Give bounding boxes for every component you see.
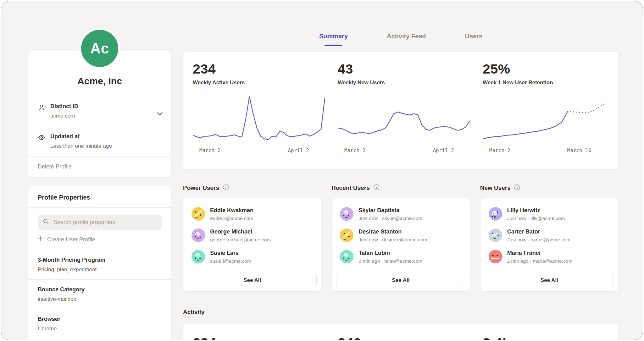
plus-icon <box>38 236 43 243</box>
profile-properties-title: Profile Properties <box>28 186 171 207</box>
search-icon <box>43 218 49 226</box>
info-icon[interactable] <box>223 184 229 192</box>
user-avatar <box>489 228 502 242</box>
user-list-item[interactable]: Susie Lars susie.l@acme.com <box>192 250 313 264</box>
user-sections-row: Power Users Eddie Kwakman eddie.k@acme.c… <box>183 182 619 292</box>
x-tick: April 2 <box>288 147 309 153</box>
user-name: Carter Bator <box>507 228 571 235</box>
create-user-profile-button[interactable]: Create User Profile <box>28 230 171 250</box>
user-avatar <box>192 250 205 263</box>
user-name: Susie Lars <box>210 250 251 256</box>
stat-weekly-new-users: 43 Weekly New Users March 2 April 2 <box>328 52 473 169</box>
week1-retention-sparkline <box>483 94 615 144</box>
stat-value: 43 <box>338 61 473 77</box>
user-list-item[interactable]: Lilly Herwitz Just now · lilly@acme.com <box>489 207 610 221</box>
user-avatar <box>340 207 353 221</box>
section-title: Recent Users <box>331 184 369 191</box>
distinct-id-value: acme.com <box>50 113 78 119</box>
recent-users-section: Recent Users Skylar Baptista Just now · … <box>331 182 470 292</box>
user-list-item[interactable]: Carter Bator Just now · carter@acme.com <box>489 228 610 243</box>
property-row[interactable]: 3-Month Pricing Program Pricing_plan_exp… <box>28 250 171 279</box>
search-input[interactable] <box>53 219 157 226</box>
stat-week1-retention: 25% Week 1 New User Retention March 2 Ma… <box>473 52 618 169</box>
user-subtitle: 2 min ago · talan@acme.com <box>358 258 422 264</box>
tab-label: Summary <box>319 33 348 40</box>
new-users-card: Lilly Herwitz Just now · lilly@acme.com … <box>480 198 619 292</box>
activity-stat: 234 <box>183 324 328 340</box>
activity-card: 234 240 3.4k <box>183 324 619 340</box>
profile-tabs: Summary Activity Feed Users <box>183 33 619 46</box>
x-tick: April 2 <box>433 147 454 153</box>
property-value: Pricing_plan_experiment <box>38 267 162 273</box>
property-value: Chrome <box>38 326 162 332</box>
user-avatar <box>340 228 353 242</box>
user-name: Lilly Herwitz <box>507 207 565 214</box>
profile-card: Acme, Inc Distinct ID acme.com Updated a… <box>28 51 171 177</box>
divider <box>28 207 171 208</box>
section-title: New Users <box>480 184 511 191</box>
distinct-id-label: Distinct ID <box>50 103 78 109</box>
updated-at-value: Less than one minute ago <box>50 143 112 149</box>
x-tick: March 2 <box>199 147 220 153</box>
company-avatar: Ac <box>79 28 120 69</box>
user-list-item[interactable]: Eddie Kwakman eddie.k@acme.com <box>192 207 313 221</box>
user-avatar <box>192 207 205 221</box>
property-name: 3-Month Pricing Program <box>38 257 162 263</box>
user-avatar <box>340 250 353 263</box>
user-subtitle: Just now · skyler@acme.com <box>358 216 422 221</box>
see-all-button[interactable]: See All <box>188 274 317 287</box>
user-subtitle: george.michael@acme.com <box>210 237 271 243</box>
tab-summary[interactable]: Summary <box>318 33 349 46</box>
property-name: Bounce Category <box>38 286 162 293</box>
activity-stat: 3.4k <box>473 324 618 340</box>
chevron-down-icon[interactable] <box>157 112 163 117</box>
stat-value: 234 <box>193 61 328 77</box>
stat-label: Week 1 New User Retention <box>483 80 618 86</box>
summary-stats-card: 234 Weekly Active Users March 2 April 2 … <box>183 52 619 169</box>
user-list-item[interactable]: Skylar Baptista Just now · skyler@acme.c… <box>340 207 461 221</box>
create-user-profile-label: Create User Profile <box>47 236 95 243</box>
property-row[interactable]: Browser Chrome <box>28 309 171 338</box>
active-tab-underline <box>325 45 342 46</box>
user-list-item[interactable]: Desirae Stanton Just now · desirare@acme… <box>340 228 461 243</box>
delete-profile-button[interactable]: Delete Profile <box>28 157 171 177</box>
user-name: Maria Franci <box>507 250 573 256</box>
info-icon[interactable] <box>514 184 520 192</box>
activity-stat: 240 <box>328 324 473 340</box>
user-list-item[interactable]: Talan Lubin 2 min ago · talan@acme.com <box>340 250 461 264</box>
eye-icon <box>38 134 46 143</box>
profile-properties-card: Profile Properties Create User Profile 3… <box>28 186 171 340</box>
tab-label: Users <box>465 33 483 40</box>
user-subtitle: Just now · desirare@acme.com <box>358 237 427 243</box>
see-all-button[interactable]: See All <box>336 274 465 287</box>
user-avatar <box>489 207 502 221</box>
user-subtitle: Just now · lilly@acme.com <box>507 216 565 221</box>
user-name: George Michael <box>210 228 271 235</box>
stat-label: Weekly New Users <box>338 80 473 86</box>
company-avatar-initials: Ac <box>90 40 109 57</box>
see-all-button[interactable]: See All <box>485 274 614 287</box>
activity-section-title: Activity <box>183 309 205 316</box>
x-tick: March 2 <box>489 147 510 153</box>
property-value: inactive-mailbox <box>38 296 162 302</box>
user-avatar <box>192 228 205 242</box>
tab-label: Activity Feed <box>387 33 426 40</box>
updated-at-label: Updated at <box>50 133 80 140</box>
profile-properties-search[interactable] <box>38 215 162 230</box>
info-icon[interactable] <box>373 184 380 192</box>
stat-label: Weekly Active Users <box>193 80 328 86</box>
weekly-active-users-sparkline <box>193 94 325 144</box>
user-name: Eddie Kwakman <box>210 207 253 214</box>
weekly-new-users-sparkline <box>338 94 470 144</box>
user-list-item[interactable]: Maria Franci 2 min ago · maria@acme.com <box>489 250 610 264</box>
stat-weekly-active-users: 234 Weekly Active Users March 2 April 2 <box>183 52 328 169</box>
distinct-id-row[interactable]: Distinct ID acme.com <box>28 96 171 126</box>
property-row[interactable]: Bounce Category inactive-mailbox <box>28 280 171 309</box>
user-name: Skylar Baptista <box>358 207 422 214</box>
stat-value: 25% <box>483 61 618 77</box>
x-tick: March 2 <box>344 147 365 153</box>
user-list-item[interactable]: George Michael george.michael@acme.com <box>192 228 313 243</box>
tab-users[interactable]: Users <box>464 33 484 46</box>
power-users-section: Power Users Eddie Kwakman eddie.k@acme.c… <box>183 182 321 292</box>
tab-activity-feed[interactable]: Activity Feed <box>386 33 427 46</box>
